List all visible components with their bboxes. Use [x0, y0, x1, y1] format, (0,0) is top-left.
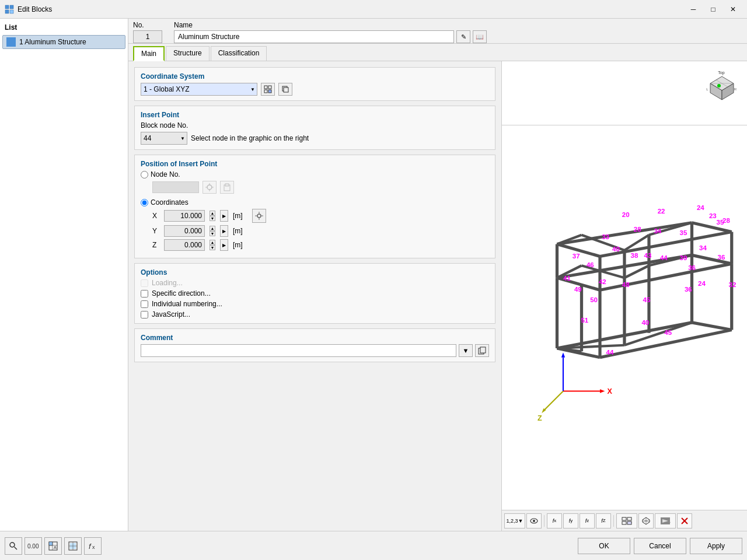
tab-structure[interactable]: Structure [166, 46, 210, 61]
view-tool-btn[interactable] [64, 537, 82, 555]
node-no-radio[interactable] [141, 171, 148, 178]
coord-system-title: Coordinate System [141, 72, 489, 80]
no-input[interactable] [133, 30, 162, 43]
grid-btn[interactable]: ▼ [616, 513, 637, 528]
y-spinner: ▲ ▼ [210, 226, 215, 236]
x-arrow-btn[interactable]: ▶ [220, 210, 228, 222]
table-tool-btn[interactable]: A [44, 537, 62, 555]
right-panel: No. Name ✎ 📖 Main Structure Classificati… [128, 19, 747, 531]
coordinates-radio[interactable] [141, 199, 148, 206]
z-arrow-btn[interactable]: ▶ [220, 239, 228, 251]
node-no-input [152, 181, 199, 193]
ok-button[interactable]: OK [578, 538, 630, 554]
z-increment[interactable]: ▲ [210, 240, 215, 245]
fy-btn[interactable]: fy [563, 513, 578, 528]
x-input[interactable] [164, 210, 205, 222]
individual-numbering-checkbox[interactable] [141, 300, 148, 308]
javascript-row: JavaScript... [141, 310, 489, 318]
separator-2 [613, 515, 614, 527]
comment-dropdown[interactable]: ▼ [459, 344, 473, 357]
render-btn[interactable]: ▼ [655, 513, 676, 528]
coord-system-select[interactable]: 1 - Global XYZ [141, 83, 257, 96]
svg-text:20: 20 [622, 211, 630, 218]
loading-checkbox [141, 279, 148, 287]
x-pick-button[interactable] [252, 209, 266, 223]
coord-copy-button[interactable] [278, 83, 292, 96]
nav-cube[interactable]: Top L R [701, 66, 742, 107]
view-panel: Top L R [502, 61, 747, 531]
svg-text:▼: ▼ [669, 521, 671, 525]
node-no-inputs [152, 181, 489, 194]
close-button[interactable]: ✕ [724, 3, 742, 16]
y-increment[interactable]: ▲ [210, 226, 215, 231]
cancel-button[interactable]: Cancel [634, 538, 686, 554]
eye-btn[interactable] [526, 513, 542, 528]
bottom-bar: 0.00 A fx OK Cancel Apply [0, 531, 747, 560]
block-node-select[interactable]: 44 [141, 132, 187, 145]
node-no-label: Node No. [151, 170, 180, 178]
z-decrement[interactable]: ▼ [210, 245, 215, 250]
tab-classification[interactable]: Classification [211, 46, 267, 61]
minimize-button[interactable]: ─ [684, 3, 703, 16]
apply-button[interactable]: Apply [690, 538, 742, 554]
window-controls: ─ □ ✕ [684, 3, 742, 16]
svg-rect-5 [268, 86, 271, 89]
z-coord-row: Z ▲ ▼ ▶ [m] [152, 239, 489, 251]
fZ-btn[interactable]: fZ [596, 513, 611, 528]
comment-copy[interactable] [475, 344, 489, 357]
y-arrow-btn[interactable]: ▶ [220, 225, 228, 237]
svg-rect-4 [264, 86, 267, 89]
block-node-label: Block node No. [141, 121, 489, 130]
svg-text:37: 37 [573, 253, 580, 260]
comment-input[interactable] [141, 344, 456, 357]
maximize-button[interactable]: □ [704, 3, 722, 16]
svg-text:38: 38 [631, 252, 638, 259]
svg-text:▼: ▼ [631, 521, 632, 525]
no-label: No. [133, 21, 162, 29]
fz-btn[interactable]: fz [580, 513, 595, 528]
coord-system-row: 1 - Global XYZ [141, 83, 489, 96]
loading-row: Loading... [141, 279, 489, 287]
y-coord-row: Y ▲ ▼ ▶ [m] [152, 225, 489, 237]
svg-text:44: 44 [606, 349, 614, 356]
book-button[interactable]: 📖 [473, 30, 487, 43]
svg-text:24: 24 [697, 204, 704, 211]
close-view-btn[interactable] [677, 513, 692, 528]
y-input[interactable] [164, 225, 205, 237]
view-top: Top L R [502, 61, 747, 125]
sidebar-item-aluminum-structure[interactable]: 1 Aluminum Structure [2, 35, 125, 49]
svg-text:f: f [89, 542, 92, 551]
x-increment[interactable]: ▲ [210, 211, 215, 216]
svg-point-112 [533, 520, 535, 522]
loading-label: Loading... [152, 279, 183, 287]
window-title: Edit Blocks [18, 5, 684, 13]
view3d-btn[interactable] [638, 513, 654, 528]
separator-1 [544, 515, 544, 527]
z-input[interactable] [164, 239, 205, 251]
formula-tool-btn[interactable]: fx [84, 537, 102, 555]
y-decrement[interactable]: ▼ [210, 231, 215, 236]
edit-name-button[interactable]: ✎ [456, 30, 470, 43]
block-node-select-wrapper: 44 [141, 132, 187, 145]
sidebar-item-label: 1 Aluminum Structure [19, 38, 86, 46]
name-input[interactable] [174, 30, 454, 43]
tab-main[interactable]: Main [133, 46, 165, 61]
view-3d[interactable]: X Z 20 2 [502, 125, 747, 510]
specific-direction-checkbox[interactable] [141, 290, 148, 298]
search-tool-btn[interactable] [5, 537, 22, 555]
main-container: List 1 Aluminum Structure No. Name ✎ [0, 19, 747, 560]
javascript-checkbox[interactable] [141, 311, 148, 318]
x-spinner: ▲ ▼ [210, 211, 215, 221]
x-decrement[interactable]: ▼ [210, 216, 215, 221]
svg-text:40: 40 [612, 246, 620, 253]
svg-text:28: 28 [634, 226, 641, 233]
fx-btn[interactable]: fx [547, 513, 562, 528]
svg-text:48: 48 [622, 281, 630, 288]
coordinate-tool-btn[interactable]: 0.00 [25, 537, 42, 555]
svg-text:40: 40 [641, 319, 649, 326]
svg-text:24: 24 [698, 280, 706, 287]
svg-text:0.00: 0.00 [27, 543, 39, 550]
numbering-btn[interactable]: 1,2,3▼ [504, 513, 525, 528]
svg-text:36: 36 [688, 264, 696, 271]
coord-edit-button[interactable] [261, 83, 275, 96]
